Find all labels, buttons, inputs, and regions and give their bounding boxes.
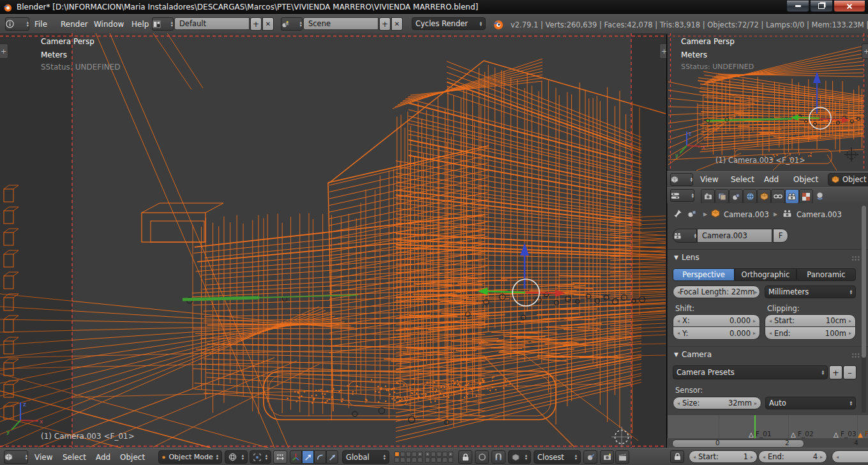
breadcrumb-scene-icon[interactable] — [687, 210, 697, 218]
frame-start-field[interactable]: ◂Start: 1▸ — [689, 450, 758, 463]
rotate-manipulator-button[interactable] — [314, 450, 326, 464]
restore-button[interactable] — [810, 0, 833, 12]
layer-toggle[interactable] — [406, 457, 411, 462]
layer-toggle[interactable] — [417, 452, 423, 457]
breadcrumb-data-name[interactable]: Camera.003 — [797, 210, 842, 219]
editor-type-selector[interactable]: ▴▾ — [5, 17, 29, 31]
translate-manipulator-button[interactable] — [302, 450, 314, 464]
layer-toggle[interactable] — [425, 452, 430, 457]
timeline-marker[interactable]: ▲ — [858, 431, 863, 438]
transform-orientation-selector[interactable]: Global▴▾ — [342, 450, 389, 464]
sidebar-open-tab[interactable]: + — [659, 43, 666, 59]
focal-length-slider[interactable]: ◂Focal Length: 22mm▸ — [673, 286, 760, 298]
panel-drag-dots[interactable] — [851, 353, 860, 358]
camera-presets-selector[interactable]: Camera Presets▴▾ — [673, 365, 828, 379]
tab-render[interactable] — [701, 189, 715, 204]
scale-manipulator-button[interactable] — [326, 450, 338, 464]
timeline-scroll-thumb[interactable] — [672, 439, 804, 448]
toolshelf-open-tab[interactable]: + — [0, 43, 8, 59]
layer-toggle[interactable] — [437, 452, 442, 457]
projection-tab-panoramic[interactable]: Panoramic — [797, 268, 856, 281]
scene-selector[interactable]: ▴▾ — [281, 17, 303, 31]
scene-delete-button[interactable]: ✕ — [391, 17, 403, 31]
layer-toggle[interactable] — [412, 452, 417, 457]
menu-render[interactable]: Render — [61, 20, 88, 29]
layer-toggle[interactable] — [400, 452, 405, 457]
layer-toggle[interactable] — [417, 457, 423, 462]
preset-remove-button[interactable]: – — [843, 365, 857, 379]
camera-panel-header[interactable]: ▼Camera — [674, 350, 712, 359]
layer-toggle[interactable] — [437, 457, 442, 462]
layer-toggle[interactable] — [442, 452, 447, 457]
panel-drag-dots[interactable] — [851, 255, 860, 261]
layer-toggle[interactable] — [412, 457, 417, 462]
frame-current-field[interactable]: ◂ — [832, 450, 868, 463]
menu-window[interactable]: Window — [94, 20, 124, 29]
pivot-point-selector[interactable]: ▴▾ — [250, 450, 271, 464]
proportional-edit-toggle[interactable] — [475, 450, 489, 464]
fake-user-button[interactable]: F — [773, 229, 788, 243]
projection-tab-orthographic[interactable]: Orthographic — [735, 268, 797, 281]
viewport-shading-selector[interactable]: ▴▾ — [225, 450, 248, 464]
scene-add-button[interactable]: + — [379, 17, 391, 31]
manipulator-toggle[interactable] — [290, 450, 302, 464]
tab-render-layers[interactable] — [715, 189, 729, 204]
layer-toggle[interactable] — [394, 452, 400, 457]
scrollbar-track[interactable] — [862, 206, 866, 413]
editor-type-selector[interactable]: ▴▾ — [4, 450, 28, 464]
layer-toggle[interactable] — [394, 457, 400, 462]
tab-object-data[interactable] — [785, 189, 799, 204]
layer-toggle[interactable] — [431, 452, 436, 457]
sensor-size-slider[interactable]: ◂Size: 32mm▸ — [673, 397, 761, 409]
viewport-3d-preview[interactable]: zxy Camera Persp Meters SStatus: UNDEFIN… — [667, 33, 868, 171]
preview-sidebar-open-tab[interactable]: + — [862, 43, 868, 59]
menu-file[interactable]: File — [34, 20, 47, 29]
layer-toggle[interactable] — [406, 452, 411, 457]
tab-texture[interactable] — [799, 189, 813, 204]
breadcrumb-camera-icon[interactable] — [782, 210, 793, 218]
menu-add[interactable]: Add — [96, 453, 110, 462]
opengl-render-button[interactable] — [600, 450, 614, 464]
timeline-marker[interactable]: △ — [749, 431, 754, 438]
mode-selector[interactable]: Object Mode▴▾ — [158, 450, 222, 464]
lens-panel-header[interactable]: ▼Lens — [674, 253, 700, 262]
lens-unit-selector[interactable]: Millimeters▴▾ — [765, 286, 856, 298]
sensor-fit-selector[interactable]: Auto▴▾ — [765, 397, 856, 409]
shift-y-field[interactable]: ◂Y: 0.000▸ — [673, 327, 760, 340]
layer-toggle[interactable] — [448, 452, 453, 457]
preset-add-button[interactable]: + — [829, 365, 842, 379]
layer-toggle[interactable] — [448, 457, 453, 462]
layout-name-field[interactable]: Default — [174, 17, 250, 30]
tab-world[interactable] — [743, 189, 757, 204]
layer-toggle[interactable] — [400, 457, 405, 462]
timeline-marker[interactable]: △ — [834, 431, 839, 438]
editor-type-selector[interactable]: ▴▾ — [670, 189, 694, 202]
projection-tab-perspective[interactable]: Perspective — [673, 268, 735, 281]
mode-selector[interactable]: Object Mode▴▾ — [828, 173, 868, 186]
snap-element-selector[interactable]: ▴▾ — [508, 450, 531, 464]
layers-group-2[interactable] — [425, 452, 453, 462]
snap-toggle[interactable] — [491, 450, 505, 464]
layout-add-button[interactable]: + — [250, 17, 262, 31]
scene-name-field[interactable]: Scene — [303, 17, 378, 30]
timeline-scrollbar[interactable]: 024 — [667, 438, 868, 448]
pin-icon[interactable] — [673, 209, 683, 218]
breadcrumb-object-icon[interactable] — [711, 209, 720, 218]
tab-object[interactable] — [757, 189, 771, 204]
breadcrumb-object-name[interactable]: Camera.003 — [724, 210, 769, 219]
layers-group-1[interactable] — [394, 452, 423, 462]
editor-type-selector[interactable]: ▴▾ — [670, 173, 693, 186]
menu-object[interactable]: Object — [120, 453, 145, 462]
snap-peel-button[interactable] — [583, 450, 597, 464]
tab-constraints[interactable] — [771, 189, 785, 204]
layout-delete-button[interactable]: ✕ — [262, 17, 274, 31]
timeline-marker[interactable]: △ — [791, 431, 796, 438]
clip-end-field[interactable]: ◂End: 100m▸ — [765, 327, 856, 340]
lock-button[interactable] — [670, 450, 684, 463]
screen-layout-selector[interactable]: ▴▾ — [152, 17, 174, 31]
tab-physics[interactable] — [813, 189, 826, 202]
layer-toggle[interactable] — [442, 457, 447, 462]
clip-start-field[interactable]: ◂Start: 10cm▸ — [765, 314, 856, 327]
close-button[interactable] — [834, 0, 865, 12]
layer-toggle[interactable] — [425, 457, 430, 462]
